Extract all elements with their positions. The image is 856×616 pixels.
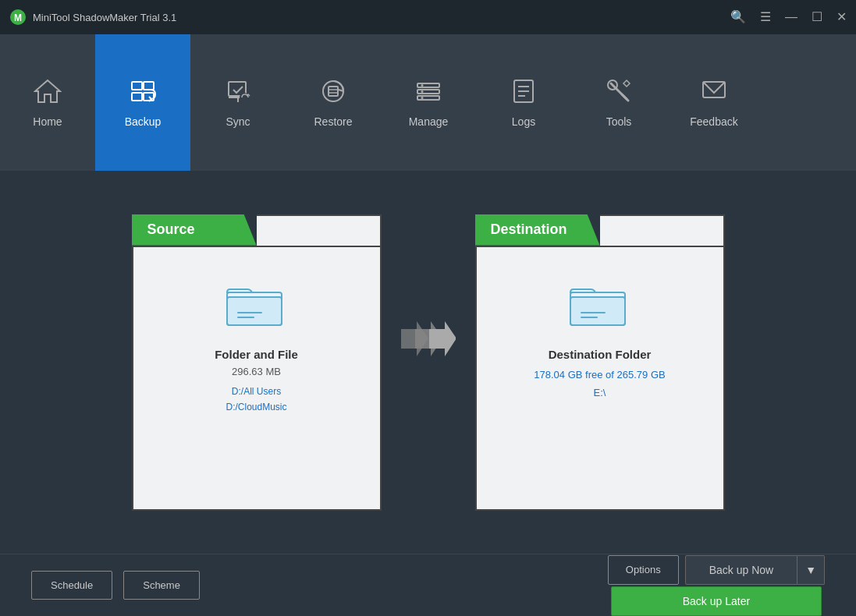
svg-rect-37 xyxy=(570,297,625,325)
nav-item-restore[interactable]: Restore xyxy=(286,34,381,171)
source-card-title: Folder and File xyxy=(215,348,298,361)
main-content: Source Folder and File 296.63 MB D:/All … xyxy=(0,171,856,554)
nav-item-backup[interactable]: Backup xyxy=(95,34,190,171)
destination-card-info: 178.04 GB free of 265.79 GB E:\ xyxy=(534,366,665,402)
svg-point-18 xyxy=(421,84,424,87)
destination-free-space: 178.04 GB free of 265.79 GB xyxy=(534,366,665,384)
app-logo-icon: M xyxy=(9,9,27,26)
schedule-button[interactable]: Schedule xyxy=(31,571,112,600)
feedback-icon xyxy=(700,77,728,109)
nav-label-tools: Tools xyxy=(606,115,632,128)
source-folder-icon xyxy=(226,278,288,332)
nav-label-feedback: Feedback xyxy=(690,115,737,128)
svg-rect-4 xyxy=(144,82,154,90)
destination-header: Destination xyxy=(475,214,600,246)
bottom-right-actions: Options Back up Now ▼ Back up Later xyxy=(608,555,825,616)
nav-bar: Home Backup S xyxy=(0,34,856,171)
nav-item-feedback[interactable]: Feedback xyxy=(666,34,762,171)
source-card-size: 296.63 MB xyxy=(232,366,281,377)
nav-item-sync[interactable]: Sync xyxy=(190,34,286,171)
backup-dropdown-button[interactable]: ▼ xyxy=(797,555,825,585)
nav-item-logs[interactable]: Logs xyxy=(476,34,571,171)
svg-rect-5 xyxy=(132,93,142,101)
arrow-section xyxy=(382,321,475,403)
search-button[interactable]: 🔍 xyxy=(730,11,746,23)
logs-icon xyxy=(510,77,538,109)
manage-icon xyxy=(414,77,442,109)
nav-item-home[interactable]: Home xyxy=(0,34,95,171)
bottom-bar: Schedule Scheme Options Back up Now ▼ Ba… xyxy=(0,554,856,616)
bottom-left-actions: Schedule Scheme xyxy=(31,571,200,600)
svg-marker-2 xyxy=(35,80,60,102)
title-controls: 🔍 ☰ — ☐ ✕ xyxy=(730,11,847,23)
destination-card-title: Destination Folder xyxy=(549,348,652,361)
nav-item-manage[interactable]: Manage xyxy=(381,34,476,171)
source-header: Source xyxy=(132,214,257,246)
svg-rect-17 xyxy=(417,96,439,100)
svg-point-19 xyxy=(421,90,424,93)
nav-item-tools[interactable]: Tools xyxy=(571,34,666,171)
tools-icon xyxy=(605,77,633,109)
maximize-button[interactable]: ☐ xyxy=(812,11,822,23)
backup-group: Options Back up Now ▼ xyxy=(608,555,825,585)
destination-folder-icon xyxy=(569,278,631,332)
source-path-1: D:/All Users xyxy=(226,384,286,399)
svg-rect-15 xyxy=(417,83,439,87)
home-icon xyxy=(34,77,62,109)
destination-card-wrapper: Destination Destination Folder 178.04 GB… xyxy=(475,214,725,511)
svg-rect-3 xyxy=(132,82,142,90)
nav-label-backup: Backup xyxy=(125,115,162,128)
source-card-wrapper: Source Folder and File 296.63 MB D:/All … xyxy=(132,214,382,511)
title-left: M MiniTool ShadowMaker Trial 3.1 xyxy=(9,9,176,26)
destination-card-body[interactable]: Destination Folder 178.04 GB free of 265… xyxy=(475,246,725,511)
svg-rect-16 xyxy=(417,90,439,94)
svg-line-27 xyxy=(622,94,628,101)
nav-label-manage: Manage xyxy=(409,115,449,128)
options-button[interactable]: Options xyxy=(608,555,679,585)
svg-text:M: M xyxy=(14,12,22,23)
nav-label-logs: Logs xyxy=(512,115,535,128)
backup-icon xyxy=(129,77,157,109)
backup-later-button[interactable]: Back up Later xyxy=(611,586,822,616)
svg-point-20 xyxy=(421,97,424,99)
minimize-button[interactable]: — xyxy=(785,11,797,23)
title-bar: M MiniTool ShadowMaker Trial 3.1 🔍 ☰ — ☐… xyxy=(0,0,856,34)
nav-label-home: Home xyxy=(33,115,62,128)
close-button[interactable]: ✕ xyxy=(836,11,847,23)
source-card-body[interactable]: Folder and File 296.63 MB D:/All Users D… xyxy=(132,246,382,511)
svg-rect-12 xyxy=(329,87,338,96)
source-header-label: Source xyxy=(147,221,195,238)
source-card-paths: D:/All Users D:/CloudMusic xyxy=(226,384,286,416)
source-path-2: D:/CloudMusic xyxy=(226,399,286,415)
restore-icon xyxy=(319,77,347,109)
nav-label-restore: Restore xyxy=(314,115,352,128)
sync-icon xyxy=(224,77,252,109)
destination-drive: E:\ xyxy=(534,384,665,402)
backup-now-button[interactable]: Back up Now xyxy=(685,555,797,585)
nav-label-sync: Sync xyxy=(226,115,250,128)
app-title: MiniTool ShadowMaker Trial 3.1 xyxy=(33,12,176,23)
svg-rect-30 xyxy=(227,297,282,325)
destination-header-label: Destination xyxy=(491,221,567,238)
menu-button[interactable]: ☰ xyxy=(760,11,771,23)
scheme-button[interactable]: Scheme xyxy=(123,571,200,600)
